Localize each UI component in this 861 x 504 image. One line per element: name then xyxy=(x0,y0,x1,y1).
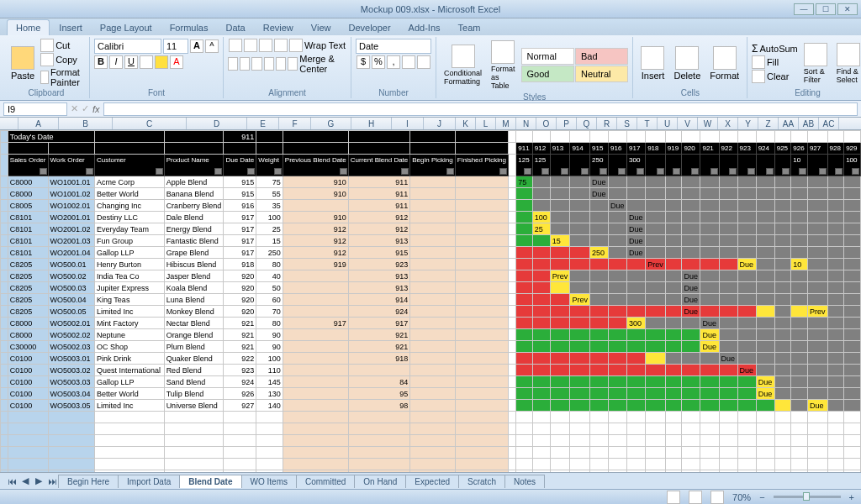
styles-group: Conditional Formatting Format as Table N… xyxy=(436,37,633,98)
paste-button[interactable]: Paste xyxy=(8,45,38,82)
style-good[interactable]: Good xyxy=(521,66,574,82)
ribbon-tab-team[interactable]: Team xyxy=(450,20,489,35)
font-name-select[interactable] xyxy=(94,39,161,54)
fill-color-icon[interactable] xyxy=(155,55,168,69)
find-select-button[interactable]: Find & Select xyxy=(833,41,861,86)
tab-nav-prev[interactable]: ◀ xyxy=(18,475,32,488)
indent-inc-icon[interactable] xyxy=(276,57,286,71)
cond-format-button[interactable]: Conditional Formatting xyxy=(441,43,485,87)
alignment-group: Wrap Text Merge & Center Alignment xyxy=(224,37,351,98)
title-bar: Mockup 009.xlsx - Microsoft Excel — ☐ ✕ xyxy=(0,0,861,18)
view-layout-icon[interactable] xyxy=(689,491,702,504)
tab-nav-last[interactable]: ⏭ xyxy=(45,475,59,488)
column-headers[interactable]: ABCDEFGHIJKLMNOPQRSTUVWXYZAAABAC xyxy=(0,118,861,130)
ribbon-tab-add-ins[interactable]: Add-Ins xyxy=(400,20,449,35)
align-bot-icon[interactable] xyxy=(259,39,272,52)
sheet-tab-wo-items[interactable]: WO Items xyxy=(241,475,297,488)
align-left-icon[interactable] xyxy=(228,57,238,71)
sheet-tab-blend-date[interactable]: Blend Date xyxy=(179,475,241,488)
inc-decimal-icon[interactable] xyxy=(402,55,415,69)
ribbon-tab-data[interactable]: Data xyxy=(217,20,253,35)
ribbon: Paste Cut Copy Format Painter Clipboard … xyxy=(0,35,861,101)
table-row: C8000WO5002.02NeptuneOrange Blend9219092… xyxy=(1,329,861,341)
align-center-icon[interactable] xyxy=(240,57,250,71)
table-row: C0100WO5003.01Pink DrinkQuaker Blend9221… xyxy=(1,353,861,365)
clear-button[interactable]: Clear xyxy=(752,70,798,83)
orient-icon[interactable] xyxy=(274,39,288,52)
style-normal[interactable]: Normal xyxy=(521,48,574,65)
table-row: C8205WO500.01Henry BurtonHibiscus Blend9… xyxy=(1,259,861,270)
autosum-button[interactable]: ΣAutoSum xyxy=(752,43,798,55)
font-size-select[interactable] xyxy=(163,39,188,54)
insert-button[interactable]: Insert xyxy=(637,45,668,82)
sheet-tab-scratch[interactable]: Scratch xyxy=(458,475,505,488)
view-normal-icon[interactable] xyxy=(667,491,680,504)
tab-nav-next[interactable]: ▶ xyxy=(32,475,45,488)
grow-font-icon[interactable]: A xyxy=(190,39,203,53)
ribbon-tab-home[interactable]: Home xyxy=(7,19,50,35)
sort-filter-button[interactable]: Sort & Filter xyxy=(800,41,831,86)
ribbon-tab-page-layout[interactable]: Page Layout xyxy=(92,20,161,35)
editing-group: ΣAutoSum Fill Clear Sort & Filter Find &… xyxy=(747,37,861,98)
percent-icon[interactable]: % xyxy=(372,55,385,69)
border-icon[interactable] xyxy=(140,55,153,69)
style-bad[interactable]: Bad xyxy=(575,48,628,65)
font-color-icon[interactable]: A xyxy=(170,55,183,69)
format-button[interactable]: Format xyxy=(706,45,742,82)
format-table-button[interactable]: Format as Table xyxy=(488,39,519,92)
ribbon-tab-review[interactable]: Review xyxy=(255,20,302,35)
zoom-out-icon[interactable]: − xyxy=(759,492,764,502)
sheet-table[interactable]: Today's Date9119119129139149159169179189… xyxy=(0,130,861,472)
sheet-tab-expected[interactable]: Expected xyxy=(405,475,459,488)
delete-button[interactable]: Delete xyxy=(670,45,704,82)
zoom-level[interactable]: 70% xyxy=(732,492,751,502)
minimize-button[interactable]: — xyxy=(794,3,814,15)
format-painter-button[interactable]: Format Painter xyxy=(40,67,85,87)
copy-button[interactable]: Copy xyxy=(40,53,85,66)
merge-button[interactable]: Merge & Center xyxy=(288,54,346,74)
sheet-tab-import-data[interactable]: Import Data xyxy=(118,475,180,488)
number-format-select[interactable] xyxy=(356,39,431,54)
indent-dec-icon[interactable] xyxy=(264,57,274,71)
cut-button[interactable]: Cut xyxy=(40,39,85,52)
fill-button[interactable]: Fill xyxy=(752,55,798,69)
sheet-tab-bar: ⏮ ◀ ▶ ⏭ Begin HereImport DataBlend DateW… xyxy=(0,472,861,489)
style-neutral[interactable]: Neutral xyxy=(575,66,628,82)
sheet-tab-notes[interactable]: Notes xyxy=(504,475,545,488)
bold-icon[interactable]: B xyxy=(94,55,108,69)
sheet-tab-committed[interactable]: Committed xyxy=(296,475,355,488)
sheet-tab-on-hand[interactable]: On Hand xyxy=(354,475,406,488)
ribbon-tab-developer[interactable]: Developer xyxy=(340,20,399,35)
table-row: C0100WO5003.05Limited IncUniverse Blend9… xyxy=(1,400,861,412)
wrap-text-button[interactable]: Wrap Text xyxy=(289,39,346,52)
tab-nav-first[interactable]: ⏮ xyxy=(5,475,18,488)
formula-input[interactable] xyxy=(103,102,858,116)
ribbon-tab-view[interactable]: View xyxy=(303,20,340,35)
cells-group: Insert Delete Format Cells xyxy=(633,37,747,98)
table-row: C8205WO500.05Limited IncMonkey Blend9207… xyxy=(1,306,861,318)
cancel-icon[interactable]: ✕ xyxy=(71,103,78,114)
align-top-icon[interactable] xyxy=(229,39,242,52)
sheet-tab-begin-here[interactable]: Begin Here xyxy=(58,475,119,488)
table-row: C0100WO5003.02Quest InternationalRed Ble… xyxy=(1,365,861,376)
maximize-button[interactable]: ☐ xyxy=(816,3,836,15)
align-right-icon[interactable] xyxy=(251,57,261,71)
clipboard-group: Paste Cut Copy Format Painter Clipboard xyxy=(3,37,90,98)
zoom-in-icon[interactable]: + xyxy=(849,492,854,502)
underline-icon[interactable]: U xyxy=(124,55,138,69)
comma-icon[interactable]: , xyxy=(387,55,400,69)
view-break-icon[interactable] xyxy=(710,491,724,504)
zoom-slider[interactable] xyxy=(774,496,841,498)
shrink-font-icon[interactable]: A xyxy=(205,39,219,53)
currency-icon[interactable]: $ xyxy=(357,55,370,69)
dec-decimal-icon[interactable] xyxy=(417,55,430,69)
enter-icon[interactable]: ✓ xyxy=(82,103,89,114)
fx-icon[interactable]: fx xyxy=(92,104,100,114)
italic-icon[interactable]: I xyxy=(109,55,123,69)
table-row: C8000WO1001.01Acme CorpApple Blend915759… xyxy=(1,176,861,188)
ribbon-tab-formulas[interactable]: Formulas xyxy=(161,20,217,35)
close-button[interactable]: ✕ xyxy=(837,3,858,15)
ribbon-tab-insert[interactable]: Insert xyxy=(50,20,91,35)
name-box[interactable] xyxy=(3,102,67,116)
align-mid-icon[interactable] xyxy=(244,39,257,52)
